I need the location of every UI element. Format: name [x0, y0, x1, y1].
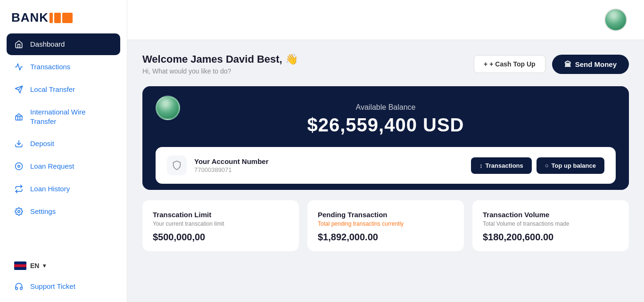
sidebar-item-label: Loan Request — [30, 162, 74, 171]
headset-icon — [14, 282, 24, 291]
account-details: Your Account Number 77000389071 — [194, 157, 269, 173]
balance-card-avatar — [156, 96, 180, 120]
send-icon — [14, 85, 24, 94]
sidebar-item-loan-history[interactable]: Loan History — [7, 178, 120, 200]
stat-title-2: Transaction Volume — [483, 211, 619, 219]
transactions-icon: ↕ — [479, 162, 483, 169]
stat-card-limit: Transcation Limit Your current transcati… — [142, 200, 299, 251]
main-content: Welcome James David Best, 👋 Hi, What wou… — [127, 0, 644, 302]
topup-balance-button[interactable]: ○ Top up balance — [537, 157, 604, 174]
stat-title-1: Pending Transaction — [318, 211, 454, 219]
stat-card-volume: Transaction Volume Total Volume of trans… — [472, 200, 629, 251]
account-info: Your Account Number 77000389071 — [167, 155, 269, 175]
stat-title-0: Transcation Limit — [153, 211, 289, 219]
balance-card: Available Balance $26,559,400 USD Your A… — [142, 86, 629, 190]
stats-row: Transcation Limit Your current transcati… — [142, 200, 629, 251]
transactions-button[interactable]: ↕ Transactions — [471, 157, 532, 174]
activity-icon — [14, 62, 24, 72]
wave-emoji: 👋 — [285, 53, 298, 65]
account-bar: Your Account Number 77000389071 ↕ Transa… — [156, 147, 616, 184]
svg-rect-2 — [16, 116, 22, 120]
sidebar-item-label: Deposit — [30, 139, 54, 148]
building-icon — [14, 112, 24, 122]
welcome-row: Welcome James David Best, 👋 Hi, What wou… — [142, 53, 629, 75]
transactions-label: Transactions — [486, 162, 523, 169]
topbar — [127, 0, 644, 40]
account-number: 77000389071 — [194, 166, 269, 173]
stat-sub-0: Your current transcation limit — [153, 220, 289, 227]
welcome-actions: + + Cash Top Up 🏛 Send Money — [474, 55, 629, 74]
shield-icon — [167, 155, 187, 175]
stat-card-pending: Pending Transaction Total pending transa… — [307, 200, 464, 251]
bank-icon: 🏛 — [564, 60, 571, 68]
stat-sub-2: Total Volume of transactions made — [483, 220, 619, 227]
sidebar-item-label: Transactions — [30, 62, 70, 72]
content-area: Welcome James David Best, 👋 Hi, What wou… — [127, 40, 644, 264]
home-icon — [14, 40, 24, 49]
welcome-heading: Welcome James David Best, 👋 — [142, 53, 298, 65]
cash-topup-button[interactable]: + + Cash Top Up — [474, 55, 545, 73]
account-title: Your Account Number — [194, 157, 269, 165]
svg-point-7 — [18, 165, 20, 168]
sidebar-item-label: Settings — [30, 207, 56, 216]
sidebar-item-loan-request[interactable]: Loan Request — [7, 155, 120, 177]
sidebar-item-settings[interactable]: Settings — [7, 201, 120, 222]
sidebar-support-label: Support Ticket — [30, 282, 75, 291]
svg-point-8 — [18, 211, 20, 213]
balance-amount: $26,559,400 USD — [157, 114, 614, 136]
chevron-down-icon: ▾ — [43, 262, 46, 269]
balance-label: Available Balance — [157, 103, 614, 112]
language-selector[interactable]: EN ▾ — [7, 257, 120, 275]
plus-icon: + — [484, 60, 487, 68]
logo-area: BANK — [0, 0, 127, 33]
avatar[interactable] — [604, 8, 627, 31]
sidebar-item-deposit[interactable]: Deposit — [7, 133, 120, 155]
logo-text: BANK — [11, 10, 49, 25]
sidebar-item-international-wire[interactable]: International Wire Transfer — [7, 101, 120, 132]
account-actions: ↕ Transactions ○ Top up balance — [471, 157, 604, 174]
welcome-text: Welcome James David Best, 👋 Hi, What wou… — [142, 53, 298, 75]
sidebar-item-label: Dashboard — [30, 40, 65, 49]
sidebar-item-local-transfer[interactable]: Local Transfer — [7, 79, 120, 100]
logo-bar-2 — [54, 13, 61, 23]
welcome-subtitle: Hi, What would you like to do? — [142, 67, 298, 75]
download-icon — [14, 139, 24, 148]
stat-value-0: $500,000,00 — [153, 232, 289, 243]
send-money-button[interactable]: 🏛 Send Money — [552, 55, 629, 74]
repeat-icon — [14, 184, 24, 194]
topup-circle-icon: ○ — [545, 162, 549, 169]
topup-label: Top up balance — [552, 162, 596, 169]
settings-icon — [14, 207, 24, 216]
stat-value-1: $1,892,000.00 — [318, 232, 454, 243]
sidebar-bottom: EN ▾ Support Ticket — [0, 250, 127, 302]
cash-topup-label: + Cash Top Up — [489, 60, 535, 68]
stat-value-2: $180,200,600.00 — [483, 232, 619, 243]
language-label: EN — [30, 262, 39, 269]
logo-bars — [50, 13, 73, 23]
sidebar: BANK Dashboard Transactions Loca — [0, 0, 127, 302]
sidebar-item-support[interactable]: Support Ticket — [7, 276, 120, 297]
svg-point-6 — [16, 163, 23, 170]
flag-uk-icon — [14, 261, 26, 270]
sidebar-item-dashboard[interactable]: Dashboard — [7, 33, 120, 55]
logo-bar-3 — [62, 13, 73, 23]
nav-menu: Dashboard Transactions Local Transfer In… — [0, 33, 127, 250]
logo-bar-1 — [50, 13, 53, 23]
sidebar-item-label: Loan History — [30, 184, 70, 194]
send-money-label: Send Money — [575, 60, 617, 68]
sidebar-item-label: International Wire Transfer — [30, 107, 113, 126]
disc-icon — [14, 162, 24, 171]
sidebar-item-label: Local Transfer — [30, 85, 75, 94]
stat-sub-1: Total pending transactins currently — [318, 220, 454, 227]
sidebar-item-transactions[interactable]: Transactions — [7, 56, 120, 78]
